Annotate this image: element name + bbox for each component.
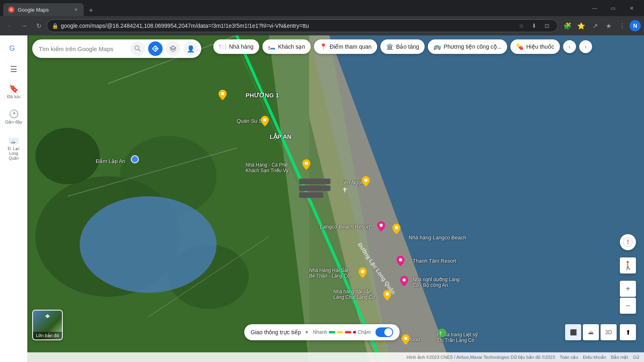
location-label: Đ. LạcLong Quân	[4, 146, 23, 161]
lock-icon: 🔒	[52, 23, 58, 29]
sidebar-item-location[interactable]: 🏔️ Đ. LạcLong Quân	[2, 131, 25, 164]
svg-text:G: G	[9, 44, 15, 52]
svg-point-19	[135, 46, 139, 50]
censored-text-1	[299, 179, 330, 184]
bookmark-collections-button[interactable]: ⭐	[575, 19, 588, 32]
maps-container: Đường Lạc Long Quân G ☰ 🔖 Đã lưu	[0, 35, 644, 362]
window-close-button[interactable]: ✕	[622, 0, 641, 16]
pin-phuong1[interactable]	[219, 90, 227, 102]
pill-museum[interactable]: 🏛️ Bảo tàng	[380, 39, 425, 54]
url-actions: ☆ ⬇ ⊡	[516, 20, 553, 31]
svg-point-28	[364, 179, 367, 182]
svg-point-37	[404, 337, 407, 340]
zoom-out-button[interactable]: −	[620, 298, 636, 314]
link-privacy[interactable]: Bảo mật	[611, 355, 628, 360]
pin-langco-beach[interactable]	[392, 224, 400, 236]
search-icon	[134, 45, 141, 52]
reload-button[interactable]: ↻	[32, 19, 45, 32]
censored-text-2	[299, 185, 330, 191]
window-maximize-button[interactable]: ▭	[604, 0, 622, 16]
svg-marker-38	[45, 314, 50, 318]
pin-be-than[interactable]	[359, 267, 367, 280]
link-feedback[interactable]: Gử	[633, 355, 639, 360]
profile-button[interactable]: N	[630, 20, 641, 31]
copyright-text: Hình ảnh ©2023 CNES / Airbus,Maxar Techn…	[407, 355, 555, 360]
pill-hotel[interactable]: 🛏️ Khách sạn	[262, 39, 311, 54]
map-view-buttons: ⬛ ⛰ 3D	[565, 324, 617, 340]
map-view-default-button[interactable]: ⬛	[565, 324, 581, 340]
map-type-label: Lớn bản đồ	[33, 332, 62, 339]
recent-label: Gần đây	[5, 119, 22, 125]
sidebar-menu-button[interactable]: ☰	[2, 61, 25, 77]
map-view-terrain-button[interactable]: ⛰	[583, 324, 599, 340]
pill-attraction[interactable]: 📍 Điểm tham quan	[314, 39, 377, 54]
forward-button[interactable]: →	[18, 19, 31, 32]
pill-hotel-label: Khách sạn	[278, 43, 305, 50]
map-background[interactable]: Đường Lạc Long Quân	[0, 35, 644, 362]
expand-button[interactable]: ⬆	[620, 324, 636, 340]
cast-button[interactable]: ⊡	[541, 20, 553, 31]
account-button[interactable]: 👤	[184, 41, 198, 56]
pin-seafood[interactable]	[402, 334, 410, 346]
maps-sidebar: G ☰ 🔖 Đã lưu 🕐 Gần đây 🏔️	[0, 35, 27, 362]
collections-button[interactable]: ↗	[588, 19, 601, 32]
pill-pharmacy[interactable]: 💊 Hiệu thuốc	[510, 39, 559, 54]
pin-dam-lap-an[interactable]	[131, 155, 139, 165]
museum-icon: 🏛️	[386, 43, 394, 50]
pill-attraction-label: Điểm tham quan	[330, 43, 372, 50]
tab-close-button[interactable]: ✕	[72, 6, 79, 13]
directions-button[interactable]	[148, 41, 163, 56]
pin-yen-ngoc[interactable]	[362, 176, 370, 188]
compass-icon	[623, 237, 633, 247]
pin-church[interactable]: ✝	[342, 186, 347, 194]
pin-lang-chai[interactable]	[383, 290, 391, 302]
pill-restaurant[interactable]: 🍽️ Nhà hàng	[213, 39, 259, 54]
compass-button[interactable]	[620, 234, 636, 250]
hamburger-icon: ☰	[10, 64, 17, 74]
svg-point-34	[386, 292, 389, 296]
map-view-3d-button[interactable]: 3D	[601, 324, 617, 340]
extensions-button[interactable]: 🧩	[561, 19, 574, 32]
traffic-toggle-switch[interactable]	[376, 327, 393, 337]
search-input[interactable]	[39, 45, 127, 52]
pin-lang-co[interactable]	[400, 276, 408, 288]
map-type-thumbnail[interactable]: Lớn bản đồ	[32, 310, 63, 340]
pills-next-button[interactable]: ›	[579, 40, 592, 53]
map-type-pin-icon	[44, 314, 51, 322]
pin-trieu-vy[interactable]	[302, 159, 310, 171]
url-bar[interactable]: 🔒 google.com/maps/@16.2484241,108.069995…	[47, 19, 558, 32]
active-tab[interactable]: G Google Maps ✕	[3, 3, 84, 16]
zoom-in-button[interactable]: +	[620, 281, 636, 297]
bookmark-star-button[interactable]: ☆	[516, 20, 527, 31]
pin-langco-resort[interactable]	[377, 221, 385, 233]
pin-thanh-tam[interactable]	[396, 256, 405, 268]
maps-search-bar[interactable]: 👤	[32, 39, 201, 58]
favorites-button[interactable]: ★	[602, 19, 615, 32]
copyright-bar: Hình ảnh ©2023 CNES / Airbus,Maxar Techn…	[27, 352, 644, 362]
expand-icon: ⬆	[625, 329, 631, 336]
sidebar-item-recent[interactable]: 🕐 Gần đây	[2, 106, 25, 128]
scale-yellow	[337, 331, 343, 333]
street-view-button[interactable]: 🚶	[620, 257, 636, 274]
traffic-toggle: Giao thông trực tiếp ▾ Nhanh Chậm	[244, 324, 400, 340]
link-terms[interactable]: Điều khoản	[583, 355, 606, 360]
zoom-controls: + −	[620, 281, 636, 314]
svg-point-30	[395, 226, 398, 229]
layers-button[interactable]	[166, 41, 180, 56]
tab-bar: G Google Maps ✕ + — ▭ ✕	[0, 0, 644, 16]
link-global[interactable]: Toàn cầu	[560, 355, 578, 360]
pills-prev-button[interactable]: ‹	[563, 40, 576, 53]
new-tab-button[interactable]: +	[85, 5, 97, 16]
pill-transit[interactable]: 🚌 Phương tiện công cộ...	[428, 39, 507, 54]
sidebar-item-saved[interactable]: 🔖 Đã lưu	[2, 80, 25, 103]
back-button[interactable]: ←	[3, 19, 16, 32]
more-button[interactable]: ⋮	[616, 19, 629, 32]
search-submit-button[interactable]	[130, 41, 145, 56]
directions-icon	[152, 45, 159, 52]
pin-quan-su-su[interactable]	[261, 116, 269, 128]
window-minimize-button[interactable]: —	[585, 0, 604, 16]
download-button[interactable]: ⬇	[528, 20, 540, 31]
chevron-down-icon[interactable]: ▾	[305, 329, 308, 335]
svg-text:🏔️: 🏔️	[10, 138, 16, 144]
pin-nghia-trang[interactable]: †	[437, 328, 447, 339]
